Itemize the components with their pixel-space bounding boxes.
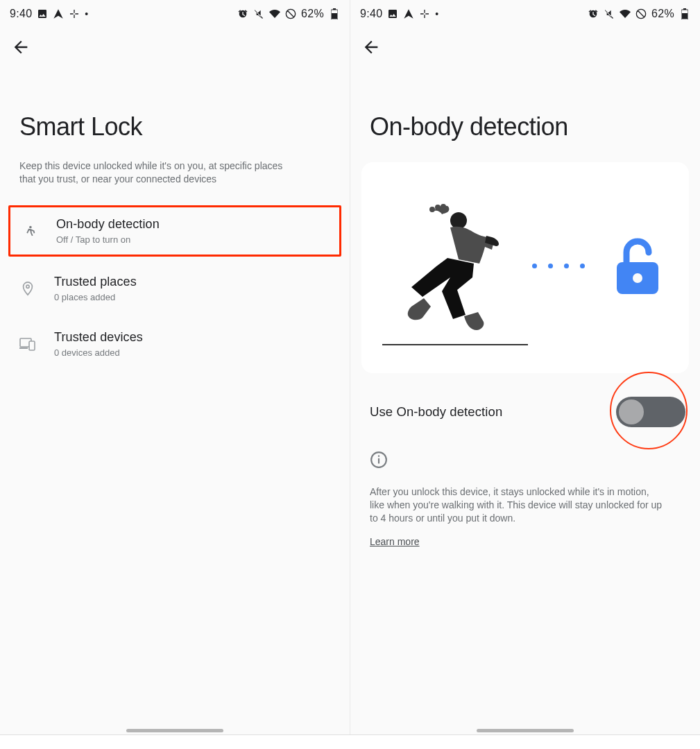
option-sub: Off / Tap to turn on [56,234,332,245]
dnd-icon [635,8,647,19]
wifi-icon [269,8,280,19]
info-icon [350,431,700,476]
svg-rect-17 [378,458,379,464]
svg-point-13 [441,204,446,209]
connection-dots-icon [532,264,585,268]
option-title: Trusted devices [54,330,334,345]
slack-icon [69,8,80,19]
alarm-icon [237,8,248,19]
svg-point-12 [435,205,441,210]
svg-rect-6 [19,347,28,349]
trusted-places-option[interactable]: Trusted places 0 places added [8,265,341,312]
option-sub: 0 devices added [54,347,334,358]
battery-icon [679,8,690,19]
app-bar [350,28,700,67]
mute-icon [604,8,615,19]
onbody-detection-option[interactable]: On-body detection Off / Tap to turn on [8,205,341,257]
nav-gesture-bar [350,721,700,735]
overflow-dot-icon: • [85,9,88,19]
separator-line [0,734,700,735]
unlock-icon [613,237,663,300]
devices-icon [15,332,40,356]
arrow-back-icon [11,37,31,57]
svg-rect-2 [332,13,337,19]
page-title: Smart Lock [0,67,350,160]
photo-icon [37,8,48,19]
nav-gesture-bar [0,721,350,735]
option-title: On-body detection [56,217,332,232]
send-icon [53,8,64,19]
status-battery-pct: 62% [301,8,324,20]
mute-icon [253,8,264,19]
onbody-toggle-switch[interactable] [616,397,685,427]
back-button[interactable] [4,31,37,64]
learn-more-link[interactable]: Learn more [350,532,700,547]
illustration-card [361,162,689,373]
dnd-icon [285,8,296,19]
page-subtitle: Keep this device unlocked while it's on … [0,160,319,205]
svg-point-3 [26,285,29,288]
arrow-back-icon [361,37,381,57]
page-title: On-body detection [350,67,700,160]
status-time: 9:40 [360,8,382,20]
phone-left: 9:40 • 62% Smart Lock Keep this device u… [0,0,350,735]
ground-line-icon [382,344,528,345]
svg-rect-18 [378,456,379,457]
alarm-icon [588,8,599,19]
app-bar [0,28,350,67]
option-title: Trusted places [54,275,334,289]
send-icon [403,8,414,19]
status-bar: 9:40 • 62% [0,0,350,28]
feature-description: After you unlock this device, it stays u… [350,476,683,532]
wifi-icon [620,8,631,19]
overflow-dot-icon: • [435,9,438,19]
phone-right: 9:40 • 62% On-body detection [350,0,700,735]
status-time: 9:40 [10,8,32,20]
status-bar: 9:40 • 62% [350,0,700,28]
battery-icon [329,8,340,19]
svg-point-15 [633,273,642,283]
option-sub: 0 places added [54,292,334,302]
svg-point-10 [450,212,467,229]
status-battery-pct: 62% [651,8,674,20]
back-button[interactable] [355,31,388,64]
slack-icon [419,8,430,19]
trusted-devices-option[interactable]: Trusted devices 0 devices added [8,320,341,368]
runner-illustration-icon [384,204,522,345]
options-list: On-body detection Off / Tap to turn on T… [0,205,350,368]
toggle-label: Use On-body detection [370,404,502,420]
toggle-row: Use On-body detection [350,393,700,431]
svg-point-11 [429,207,435,212]
svg-rect-9 [682,13,688,19]
svg-rect-5 [29,341,35,350]
walk-icon [17,218,42,243]
location-icon [15,276,40,301]
photo-icon [387,8,398,19]
